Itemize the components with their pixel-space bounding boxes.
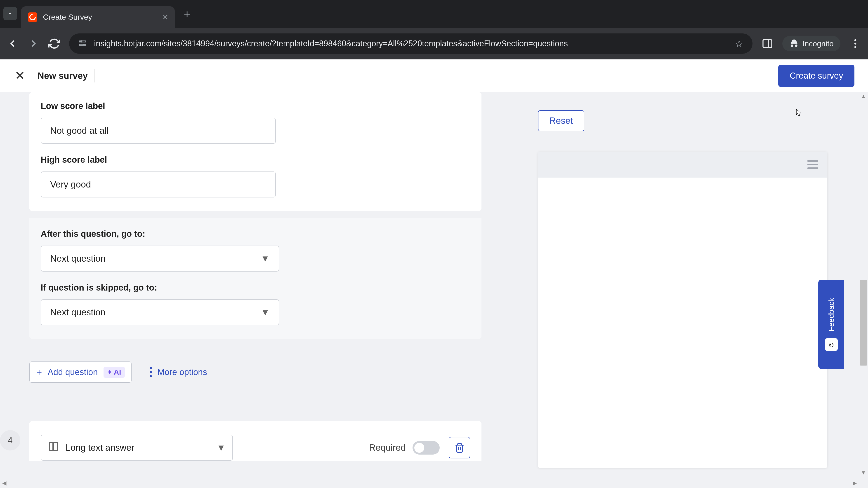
question-number-badge: 4 [0,430,20,451]
browser-nav-bar: insights.hotjar.com/sites/3814994/survey… [0,28,868,59]
side-panel-icon[interactable] [762,38,773,50]
back-button[interactable] [7,38,19,50]
svg-rect-4 [763,40,772,48]
create-survey-button[interactable]: Create survey [778,65,855,87]
scroll-left-arrow[interactable]: ◀ [2,480,6,486]
add-question-label: Add question [48,367,98,377]
horizontal-scrollbar[interactable]: ◀ ▶ [0,478,868,488]
incognito-badge[interactable]: Incognito [782,36,840,51]
browser-tab[interactable]: Create Survey × [21,6,175,28]
tab-search-dropdown[interactable] [3,7,17,20]
more-options-label: More options [158,367,207,377]
browser-tab-strip: Create Survey × + [0,0,868,28]
url-text: insights.hotjar.com/sites/3814994/survey… [94,39,728,48]
drag-handle-icon[interactable]: :::::: [246,425,265,433]
survey-preview [538,152,827,468]
long-text-icon [48,441,59,454]
forward-button [28,38,39,50]
tab-close-icon[interactable]: × [163,12,168,22]
new-tab-button[interactable]: + [184,7,190,21]
site-settings-icon[interactable] [78,39,87,48]
low-score-input[interactable] [41,118,276,144]
svg-point-2 [81,41,82,42]
question-card-4: 4 :::::: Long text answer ▼ Required [29,421,482,461]
hotjar-favicon [28,12,37,22]
caret-down-icon: ▼ [260,307,270,318]
if-skipped-value: Next question [50,307,105,318]
after-question-label: After this question, go to: [41,229,470,239]
required-control: Required [369,441,440,455]
ai-badge: AI [103,367,125,378]
feedback-smiley-icon: ☺ [825,338,838,351]
editor-column: Low score label High score label After t… [29,92,482,488]
scroll-right-arrow[interactable]: ▶ [852,480,857,486]
svg-point-8 [855,46,857,48]
preview-header [538,152,827,177]
svg-rect-11 [49,443,53,451]
reload-button[interactable] [49,38,60,50]
vertical-scrollbar[interactable]: ▲ ▼ [859,92,868,488]
question-actions-row: + Add question AI More options [29,361,482,383]
incognito-label: Incognito [802,39,834,48]
address-bar[interactable]: insights.hotjar.com/sites/3814994/survey… [69,33,752,54]
high-score-input[interactable] [41,171,276,197]
routing-card: After this question, go to: Next questio… [29,218,482,339]
if-skipped-label: If question is skipped, go to: [41,283,470,293]
close-icon[interactable] [13,69,26,83]
delete-question-button[interactable] [449,437,470,458]
score-labels-card: Low score label High score label [29,92,482,211]
svg-point-6 [855,39,857,41]
feedback-label: Feedback [827,298,836,331]
app-header: New survey Create survey [0,59,868,92]
bookmark-icon[interactable]: ☆ [735,38,743,50]
after-question-value: Next question [50,254,105,264]
add-question-button[interactable]: + Add question AI [29,361,131,383]
high-score-label: High score label [41,155,470,165]
plus-icon: + [36,366,42,378]
reset-button[interactable]: Reset [538,110,584,131]
app-content: New survey Create survey Low score label… [0,59,868,488]
caret-down-icon: ▼ [260,254,270,264]
preview-column: Reset [538,92,827,488]
svg-rect-12 [54,443,57,451]
low-score-label: Low score label [41,101,470,111]
required-label: Required [369,443,406,453]
more-options-button[interactable]: More options [150,367,207,377]
question-type-select[interactable]: Long text answer ▼ [41,435,233,461]
scroll-thumb[interactable] [860,280,867,365]
hamburger-icon[interactable] [807,160,818,169]
svg-point-7 [855,43,857,45]
required-toggle[interactable] [412,441,440,455]
svg-point-3 [84,44,85,46]
page-title: New survey [37,71,88,81]
dots-vertical-icon [150,367,152,377]
divider [94,69,95,83]
scroll-down-arrow[interactable]: ▼ [860,469,867,477]
feedback-tab[interactable]: Feedback ☺ [818,280,844,369]
question-type-label: Long text answer [66,443,134,453]
caret-down-icon: ▼ [217,443,225,453]
after-question-select[interactable]: Next question ▼ [41,246,279,271]
scroll-up-arrow[interactable]: ▲ [860,93,867,100]
if-skipped-select[interactable]: Next question ▼ [41,299,279,325]
browser-menu-icon[interactable] [849,38,861,50]
tab-title: Create Survey [43,13,157,22]
